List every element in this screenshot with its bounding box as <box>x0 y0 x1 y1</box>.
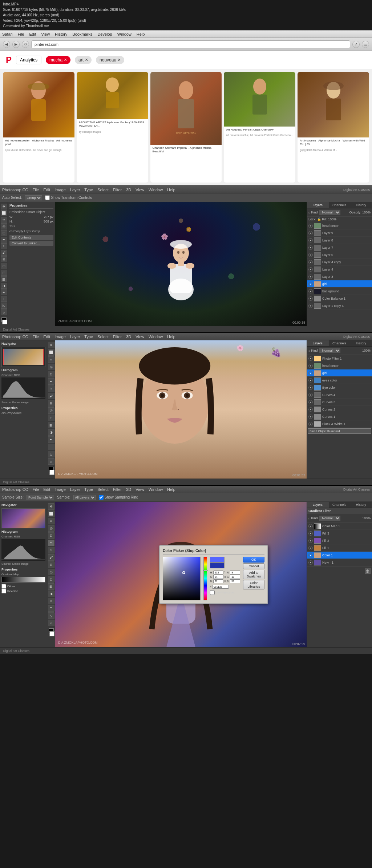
pin-card-5[interactable]: Art Nouveau - Alphonse Mucha - Woman wit… <box>298 72 369 183</box>
tool-move[interactable]: ✥ <box>1 204 7 209</box>
ps1-menu-filter[interactable]: Filter <box>113 188 122 192</box>
tool-crop[interactable]: ⊡ <box>1 230 7 236</box>
tag-art-close[interactable]: ✕ <box>85 58 88 62</box>
background-color[interactable] <box>2 320 7 324</box>
ps3-menu-edit[interactable]: Edit <box>43 487 50 492</box>
tool-quickselect[interactable]: ◎ <box>1 223 7 229</box>
ps1-menu-3d[interactable]: 3D <box>126 188 131 192</box>
ps2-eye-2[interactable]: ● <box>308 371 313 375</box>
ps1-menu-help[interactable]: Help <box>167 188 175 192</box>
ps3-menu-app[interactable]: Photoshop CC <box>2 487 28 492</box>
tab-history[interactable]: History <box>350 202 372 208</box>
layer-color-balance[interactable]: ● Color Balance 1 <box>307 295 372 302</box>
tool3-eraser[interactable]: ◻ <box>48 576 54 583</box>
ps1-autoselect-dropdown[interactable]: Group <box>25 195 42 200</box>
ps3-layer-colormap[interactable]: ● Color Map 1 <box>307 523 372 530</box>
reload-button[interactable]: ↻ <box>22 41 29 48</box>
ps2-menu-app[interactable]: Photoshop CC <box>2 335 28 339</box>
tool2-eyedropper[interactable]: ✒ <box>48 378 54 385</box>
sidebar-toggle[interactable]: ☰ <box>362 41 369 48</box>
ps1-menu-window[interactable]: Window <box>149 188 163 192</box>
ps3-layer-fill3[interactable]: ● Fill 3 <box>307 530 372 537</box>
tool-shape[interactable]: ◺ <box>1 303 7 308</box>
layer-4copy[interactable]: ● Layer 4 copy <box>307 259 372 266</box>
ps2-layer-curves2[interactable]: ● Curves 2 <box>307 406 372 413</box>
field-B2[interactable] <box>230 579 240 583</box>
layer-3[interactable]: ● Layer 3 <box>307 273 372 280</box>
ps2-layer-photo-filter[interactable]: ● Photo Filter 1 <box>307 355 372 362</box>
ps2-menu-help[interactable]: Help <box>167 335 175 339</box>
menu-safari[interactable]: Safari <box>2 32 13 36</box>
tool2-eraser[interactable]: ◻ <box>48 415 54 421</box>
add-swatches-button[interactable]: Add to Swatches <box>243 570 264 579</box>
tool3-lasso[interactable]: ∞ <box>48 518 54 524</box>
ps2-tab-channels[interactable]: Channels <box>329 340 351 346</box>
tool-pen[interactable]: ✒ <box>1 289 7 295</box>
ps3-eye-4[interactable]: ● <box>308 553 313 557</box>
menu-develop[interactable]: Develop <box>97 32 112 36</box>
pin-card-3[interactable]: DRY IMPERIAL Chandon Cremant Imperial - … <box>150 72 222 183</box>
ps2-menu-window[interactable]: Window <box>149 335 163 339</box>
ps3-eye-5[interactable]: ● <box>308 560 313 565</box>
edit-contents-btn[interactable]: Edit Contents <box>9 235 53 240</box>
ps3-sample-size[interactable]: Point Sample <box>27 495 54 500</box>
field-H[interactable] <box>213 571 223 575</box>
tool2-type[interactable]: T <box>48 444 54 450</box>
ps2-blend-mode[interactable]: Normal <box>319 348 340 353</box>
ps2-menu-layer[interactable]: Layer <box>70 335 80 339</box>
tool3-pen[interactable]: ✒ <box>48 598 54 604</box>
tool2-heal[interactable]: ⚕ <box>48 385 54 392</box>
ps2-eye-3[interactable]: ● <box>308 378 313 383</box>
ps2-layer-head-decor[interactable]: ● head decor <box>307 362 372 369</box>
ps3-dither-checkbox[interactable] <box>1 584 6 589</box>
bg-color-2[interactable] <box>49 470 54 475</box>
tool2-history[interactable]: ◷ <box>48 407 54 414</box>
ps2-menu-edit[interactable]: Edit <box>43 335 50 339</box>
ps3-menu-filter[interactable]: Filter <box>113 487 122 492</box>
tool-blur[interactable]: ◑ <box>1 283 7 289</box>
web-colors-checkbox[interactable] <box>210 590 215 595</box>
field-R[interactable] <box>230 571 240 575</box>
layer-9[interactable]: ● Layer 9 <box>307 229 372 237</box>
ps2-layer-curves3[interactable]: ● Curves 3 <box>307 399 372 406</box>
ps2-tab-history[interactable]: History <box>350 340 372 346</box>
ps3-tab-history[interactable]: History <box>350 502 372 508</box>
forward-button[interactable]: ▶ <box>12 41 20 48</box>
field-B[interactable] <box>213 579 223 583</box>
tool3-eyedropper[interactable]: ✒ <box>48 540 54 546</box>
layer-eye-3[interactable]: ● <box>308 245 313 250</box>
tool-clone[interactable]: ⊞ <box>1 256 7 262</box>
ps1-menu-select[interactable]: Select <box>97 188 109 192</box>
pin-card-1[interactable]: Art nouveau poster - Alphonse Mucha - Ar… <box>3 72 74 183</box>
url-bar[interactable]: pinterest.com <box>31 40 350 48</box>
ps3-menu-help[interactable]: Help <box>167 487 175 492</box>
ps2-menu-select[interactable]: Select <box>97 335 109 339</box>
ps3-sampling-ring-checkbox[interactable] <box>99 495 104 500</box>
ps1-menu-app[interactable]: Photoshop CC <box>2 188 28 192</box>
back-button[interactable]: ◀ <box>3 41 10 48</box>
layer-eye-10[interactable]: ● <box>308 282 313 286</box>
tool2-crop[interactable]: ⊡ <box>48 371 54 377</box>
ps3-menu-layer[interactable]: Layer <box>70 487 80 492</box>
convert-linked-btn[interactable]: Convert to Linked... <box>9 241 53 246</box>
menu-file[interactable]: File <box>18 32 24 36</box>
field-S[interactable] <box>213 575 223 579</box>
tool-eraser[interactable]: ◻ <box>1 270 7 276</box>
layer-eye-5[interactable]: ● <box>308 260 313 264</box>
ps3-menu-view[interactable]: View <box>136 487 144 492</box>
layer-eye-14[interactable]: ● <box>308 296 313 301</box>
ps2-eye-0[interactable]: ● <box>308 356 313 361</box>
tool2-move[interactable]: ✥ <box>48 342 54 348</box>
tool3-blur[interactable]: ◑ <box>48 591 54 597</box>
tool-type[interactable]: T <box>1 296 7 302</box>
tool-gradient[interactable]: ▦ <box>1 276 7 282</box>
layer-head-decor[interactable]: ● head decor <box>307 222 372 229</box>
ps2-layer-curves1[interactable]: ● Curves 1 <box>307 413 372 420</box>
layer-eye-0[interactable]: ● <box>308 224 313 228</box>
menu-history[interactable]: History <box>55 32 67 36</box>
ps2-menu-3d[interactable]: 3D <box>126 335 131 339</box>
bg-color-3[interactable] <box>49 631 54 636</box>
tool3-crop[interactable]: ⊡ <box>48 532 54 539</box>
ps2-eye-1[interactable]: ● <box>308 364 313 368</box>
ps2-layer-eye-color[interactable]: ● Eye color <box>307 384 372 391</box>
